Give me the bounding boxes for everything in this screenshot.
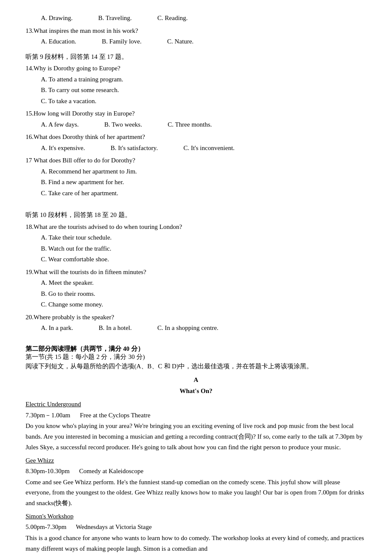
q19-text: What will the tourists do in fifteen min… [34,267,147,278]
q18-number: 18. [26,222,34,233]
q18-option-b: B. Watch out for the traffic. [41,243,366,254]
venue-simons-workshop: Simon's Workshop 5.00pm-7.30pm Wednesday… [26,511,366,554]
q15-option-c: C. Three months. [167,119,212,130]
q18-text: What are the tourists advised to do when… [34,222,182,233]
section-10-header: 听第 10 段材料，回答第 18 至 20 题。 [26,210,366,221]
venue-2-time: 8.30pm-10.30pm Comedy at Kaleidoscope [26,466,366,477]
option-c: C. Reading. [157,13,187,24]
venue-1-time: 7.30pm－1.00am Free at the Cyclops Theatr… [26,410,366,421]
q19-option-c: C. Change some money. [41,299,366,310]
q14-number: 14. [26,63,34,74]
part2-title: 第二部分阅读理解（共两节，满分 40 分） [26,345,366,353]
question-13: 13. What inspires the man most in his wo… [26,26,366,47]
q20-text: Where probably is the speaker? [34,312,114,323]
q13-option-b: B. Family love. [102,36,141,47]
question-18: 18. What are the tourists advised to do … [26,222,366,265]
question-16: 16. What does Dorothy think of her apart… [26,132,366,153]
q20-number: 20. [26,312,34,323]
q19-option-b: B. Go to their rooms. [41,289,366,300]
venue-1-name: Electric Underground [26,399,366,410]
part2-instruction: 阅读下列短文，从每题所给的四个选项(A、B、C 和 D)中，选出最佳选项，并在答… [26,361,366,372]
part2-subtitle: 第一节(共 15 题：每小题 2 分，满分 30 分) [26,353,366,361]
q20-option-b: B. In a hotel. [98,323,132,334]
q14-text: Why is Dorothy going to Europe? [34,63,121,74]
q20-option-a: A. In a park. [41,323,73,334]
q15-text: How long will Dorothy stay in Europe? [34,108,135,119]
q16-number: 16. [26,132,34,143]
q17-number: 17 [26,155,32,166]
q14-option-c: C. To take a vacation. [41,96,366,107]
q18-option-a: A. Take their tour schedule. [41,232,366,243]
section-a-title: What's On? [26,386,366,397]
q15-number: 15. [26,108,34,119]
venue-electric-underground: Electric Underground 7.30pm－1.00am Free … [26,399,366,452]
section-a-label: A [26,375,366,386]
venue-2-desc: Come and see Gee Whizz perform. He's the… [26,477,366,509]
venue-3-name: Simon's Workshop [26,511,366,522]
venue-3-desc: This is a good chance for anyone who wan… [26,533,366,554]
q16-option-c: C. It's inconvenient. [183,143,234,154]
question-20: 20. Where probably is the speaker? A. In… [26,312,366,334]
section-9-header: 听第 9 段材料，回答第 14 至 17 题。 [26,52,366,63]
q19-option-a: A. Meet the speaker. [41,278,366,289]
option-a: A. Drawing. [41,13,73,24]
options-row-12: A. Drawing. B. Traveling. C. Reading. [26,13,366,24]
q15-option-b: B. Two weeks. [104,119,142,130]
option-b: B. Traveling. [98,13,132,24]
q14-option-a: A. To attend a training program. [41,74,366,85]
q17-option-c: C. Take care of her apartment. [41,188,366,199]
q18-option-c: C. Wear comfortable shoe. [41,254,366,265]
question-14: 14. Why is Dorothy going to Europe? A. T… [26,63,366,107]
q14-option-b: B. To carry out some research. [41,85,366,96]
q16-option-a: A. It's expensive. [41,143,85,154]
q17-text: What does Bill offer to do for Dorothy? [34,155,135,166]
question-17: 17 What does Bill offer to do for Doroth… [26,155,366,199]
q13-number: 13. [26,26,34,37]
venue-2-name: Gee Whizz [26,455,366,466]
venue-gee-whizz: Gee Whizz 8.30pm-10.30pm Comedy at Kalei… [26,455,366,509]
q17-option-a: A. Recommend her apartment to Jim. [41,166,366,177]
question-19: 19. What will the tourists do in fifteen… [26,267,366,310]
q16-text: What does Dorothy think of her apartment… [34,132,145,143]
q16-option-b: B. It's satisfactory. [111,143,158,154]
question-15: 15. How long will Dorothy stay in Europe… [26,108,366,130]
venue-3-time: 5.00pm-7.30pm Wednesdays at Victoria Sta… [26,522,366,533]
q19-number: 19. [26,267,34,278]
q13-option-a: A. Education. [41,36,76,47]
venue-1-desc: Do you know who's playing in your area? … [26,421,366,452]
q20-option-c: C. In a shopping centre. [157,323,218,334]
q13-text: What inspires the man most in his work? [34,26,138,37]
q17-option-b: B. Find a new apartment for her. [41,177,366,188]
q13-option-c: C. Nature. [167,36,193,47]
q15-option-a: A. A few days. [41,119,79,130]
